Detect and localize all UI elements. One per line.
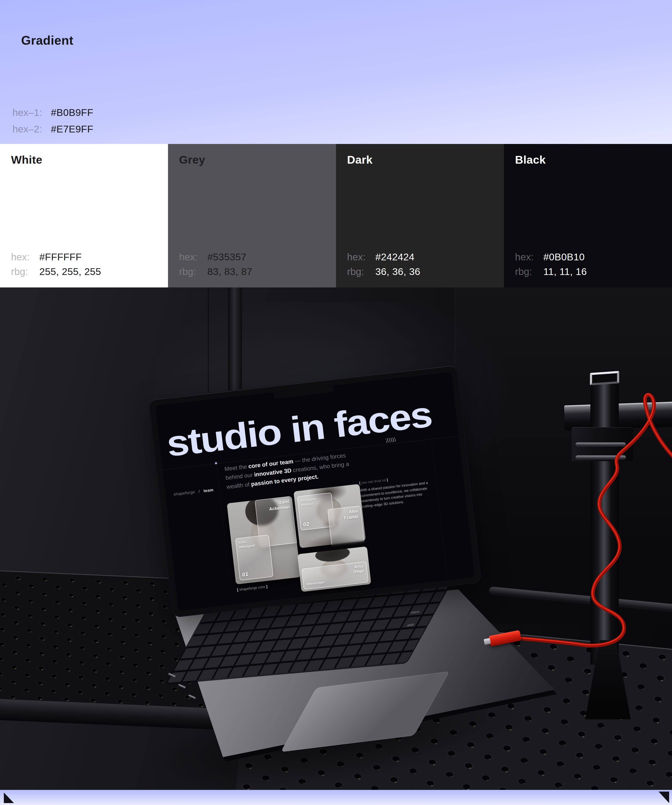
swatch-name: Dark (347, 153, 493, 166)
hatch-icon (385, 437, 396, 443)
swatch-hex-row: hex: #242424 (347, 251, 420, 263)
key-shift: shift (407, 623, 415, 627)
rgb-label: rbg: (347, 266, 375, 278)
swatch-black: Black hex: #0B0B10 rbg: 11, 11, 16 (504, 144, 672, 288)
rgb-value: 36, 36, 36 (375, 266, 420, 278)
screen-bezel: studio in faces shapeforge / team Meet t… (149, 365, 481, 617)
breadcrumb: shapeforge / team (173, 488, 214, 497)
hex-label: hex: (515, 251, 543, 263)
member-tags: #developer (306, 580, 325, 586)
hex1-label: hex–1: (13, 107, 51, 118)
hex-value: #242424 (375, 251, 414, 263)
swatch-rgb-row: rbg: 83, 83, 87 (179, 266, 252, 278)
hex-label: hex: (179, 251, 207, 263)
bracket: [ (237, 588, 238, 592)
gradient-title: Gradient (21, 33, 74, 48)
hex2-value: #E7E9FF (51, 123, 94, 135)
trust-label-text: you can trust us (361, 478, 386, 485)
clamp-rod (575, 442, 626, 447)
camera-notch (274, 386, 334, 399)
swatch-name: Grey (179, 153, 325, 166)
hex1-value: #B0B9FF (51, 107, 94, 118)
grid-rule-vertical (431, 439, 447, 573)
bracket: ] (386, 478, 388, 481)
trust-note: [ you can trust us ] With a shared passi… (359, 473, 435, 509)
monitor-arm-post (590, 381, 619, 665)
swatch-hex-row: hex: #0B0B10 (515, 251, 587, 263)
hex2-label: hex–2: (13, 123, 51, 135)
breadcrumb-page: team (203, 488, 214, 493)
member-tags: #ceo #designer (238, 539, 256, 549)
hex-value: #0B0B10 (543, 251, 585, 263)
grid-dot (215, 462, 217, 465)
bracket: [ (359, 481, 361, 485)
gradient-hex2-row: hex–2: #E7E9FF (13, 123, 94, 135)
swatch-hex-row: hex: #FFFFFF (11, 251, 101, 263)
trust-body: With a shared passion for innovation and… (360, 480, 435, 509)
corner-triangle-left-icon (4, 792, 14, 803)
gradient-hex-list: hex–1: #B0B9FF hex–2: #E7E9FF (13, 107, 94, 140)
corner-triangle-right-icon (659, 792, 669, 803)
rgb-value: 255, 255, 255 (39, 266, 101, 278)
laptop-screen: studio in faces shapeforge / team Meet t… (149, 365, 481, 617)
glass-overlay: #ceo #designer 01 (235, 535, 274, 581)
bracket: ] (266, 584, 268, 588)
hex-value: #FFFFFF (39, 251, 82, 263)
breadcrumb-separator: / (199, 489, 200, 494)
member-number: 02 (302, 521, 310, 527)
swatch-name: Black (515, 153, 661, 166)
team-card-artur: Artur Diego #developer (297, 546, 371, 592)
intro-bold: innovative 3D (254, 467, 292, 478)
monitor-arm-cap (590, 371, 619, 386)
color-swatch-row: White hex: #FFFFFF rbg: 255, 255, 255 Gr… (0, 144, 672, 288)
footer-gradient-strip (0, 790, 672, 805)
swatch-name: White (11, 153, 157, 166)
gradient-hex1-row: hex–1: #B0B9FF (13, 107, 94, 118)
rgb-value: 83, 83, 87 (207, 266, 252, 278)
hex-label: hex: (347, 251, 375, 263)
rgb-label: rbg: (179, 266, 207, 278)
team-card-alex: #designer #senior 02 Alex Framer (294, 484, 366, 548)
member-tags: #designer #senior (300, 497, 317, 508)
swatch-rgb-row: rbg: 255, 255, 255 (11, 266, 101, 278)
hex-value: #535357 (207, 251, 246, 263)
gradient-hero-section: Gradient hex–1: #B0B9FF hex–2: #E7E9FF (0, 0, 672, 144)
member-name: Alex Framer (343, 508, 359, 521)
key-return: return (410, 610, 421, 614)
laptop-render-scene: return shift studio in faces shapeforge … (0, 288, 672, 790)
intro-muted: Meet the (224, 463, 249, 472)
caption-text: shapeforge core (239, 585, 265, 591)
swatch-grey: Grey hex: #535357 rbg: 83, 83, 87 (168, 144, 336, 288)
breadcrumb-brand: shapeforge (173, 490, 196, 497)
rgb-label: rbg: (515, 266, 543, 278)
member-number: 01 (242, 571, 249, 578)
rgb-value: 11, 11, 16 (543, 266, 587, 278)
card-caption: [ shapeforge core ] (237, 584, 268, 592)
swatch-dark: Dark hex: #242424 rbg: 36, 36, 36 (336, 144, 504, 288)
rgb-label: rbg: (11, 266, 39, 278)
screen-content: studio in faces shapeforge / team Meet t… (155, 372, 475, 611)
swatch-hex-row: hex: #535357 (179, 251, 252, 263)
member-name: Izumi Ackerman (268, 499, 291, 512)
team-card-izumi: Izumi Ackerman #ceo #designer 01 (227, 496, 301, 585)
swatch-white: White hex: #FFFFFF rbg: 255, 255, 255 (0, 144, 168, 288)
swatch-rgb-row: rbg: 36, 36, 36 (347, 266, 420, 278)
clamp-rod (575, 455, 626, 460)
swatch-rgb-row: rbg: 11, 11, 16 (515, 266, 587, 278)
member-name: Artur Diego (353, 564, 364, 574)
glass-overlay: Alex Framer (327, 506, 365, 548)
hex-label: hex: (11, 251, 39, 263)
